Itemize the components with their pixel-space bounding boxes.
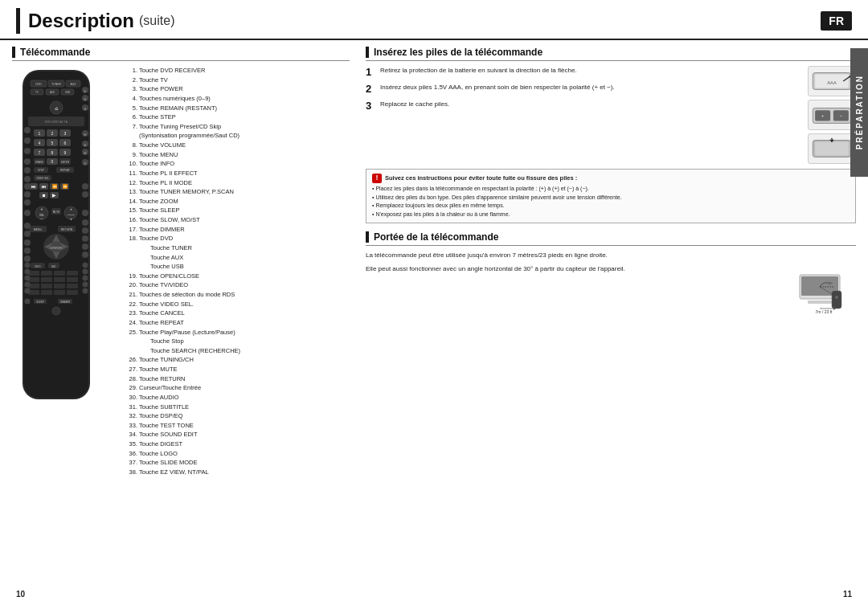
svg-text:▶: ▶: [52, 193, 56, 198]
svg-point-144: [24, 183, 31, 190]
list-item: 3.Touche POWER: [125, 84, 350, 94]
list-item: 7.Touche Tuning Preset/CD Skip: [125, 122, 350, 132]
svg-point-128: [25, 263, 31, 268]
svg-text:ENTER: ENTER: [51, 246, 62, 250]
portee-section: Portée de la télécommande La télécommand…: [366, 231, 856, 317]
preparation-badge: PRÉPARATION: [850, 48, 868, 177]
main-content: Télécommande DVD TUNER AUX: [0, 47, 868, 603]
list-item: 20.Touche TV/VIDEO: [125, 280, 350, 290]
portee-image: 7m / 23 ft 30°: [784, 251, 856, 317]
portee-content: La télécommande peut être utilisée jusqu…: [366, 251, 856, 317]
list-item: (Syntonisation programmée/Saut CD): [125, 131, 350, 141]
warning-title: ! Suivez ces instructions pour éviter to…: [372, 174, 850, 183]
svg-point-99: [82, 227, 88, 234]
svg-rect-165: [815, 141, 849, 155]
svg-point-75: [82, 191, 88, 198]
battery-step-1: 1 Retirez la protection de la batterie e…: [366, 66, 793, 78]
list-item: 25.Touche Play/Pause (Lecture/Pause): [125, 328, 350, 337]
svg-point-148: [24, 223, 31, 229]
list-item: 27.Touche MUTE: [125, 365, 350, 374]
svg-rect-114: [67, 277, 78, 282]
section-bar-portee: [366, 231, 369, 243]
svg-text:1: 1: [39, 131, 41, 136]
svg-text:AUX: AUX: [50, 91, 55, 94]
list-item: 24.Touche REPEAT: [125, 318, 350, 328]
svg-text:⑦: ⑦: [84, 162, 87, 166]
list-item: 15.Touche SLEEP: [125, 206, 350, 215]
svg-text:3: 3: [64, 131, 67, 136]
section-bar: [12, 47, 15, 58]
battery-step-2: 2 Insérez deux piles 1.5V AAA, en prenan…: [366, 83, 793, 95]
battery-images: AAA + −: [808, 66, 856, 164]
svg-text:AAA: AAA: [827, 80, 837, 85]
svg-text:30°: 30°: [828, 281, 833, 285]
svg-rect-118: [67, 284, 78, 288]
svg-text:INFO: INFO: [35, 265, 41, 268]
svg-point-140: [24, 148, 31, 154]
svg-text:USB: USB: [65, 91, 70, 94]
svg-text:④: ④: [84, 133, 87, 137]
svg-point-153: [25, 299, 31, 305]
batteries-section: Insérez les piles de la télécommande 1 R…: [366, 47, 856, 223]
svg-text:⏩: ⏩: [63, 184, 68, 190]
svg-text:⑥: ⑥: [84, 152, 87, 155]
svg-point-145: [24, 191, 31, 198]
svg-point-101: [82, 243, 88, 250]
svg-text:7m / 23 ft: 7m / 23 ft: [816, 309, 833, 314]
svg-point-129: [25, 269, 31, 275]
svg-text:7: 7: [39, 150, 41, 155]
list-item: 17.Touche DIMMER: [125, 225, 350, 235]
portee-text-1: La télécommande peut être utilisée jusqu…: [366, 251, 776, 261]
list-item: 31.Touche SUBTITLE: [125, 403, 350, 412]
svg-rect-116: [41, 284, 52, 288]
svg-rect-117: [54, 284, 65, 288]
list-item: 14.Touche ZOOM: [125, 197, 350, 206]
svg-point-124: [83, 269, 88, 275]
list-item: 5.Touche REMAIN (RESTANT): [125, 104, 350, 113]
svg-text:SLEEP: SLEEP: [36, 300, 44, 304]
list-item: 19.Touche OPEN/CLOSE: [125, 272, 350, 281]
svg-text:RDS DISPLAY  TA: RDS DISPLAY TA: [45, 121, 68, 124]
warning-title-text: Suivez ces instructions pour éviter tout…: [385, 174, 577, 182]
battery-img-3: [808, 133, 856, 164]
svg-point-151: [24, 247, 31, 254]
list-item: 38.Touche EZ VIEW, NT/PAL: [125, 468, 350, 477]
svg-text:∨: ∨: [70, 217, 72, 221]
header-bar: [16, 8, 20, 34]
svg-text:TUNING: TUNING: [67, 214, 75, 216]
svg-text:①: ①: [84, 89, 87, 93]
svg-text:STEP: STEP: [38, 169, 44, 172]
svg-text:VIDEO SEL: VIDEO SEL: [36, 177, 49, 180]
page-left: 10: [16, 590, 25, 599]
svg-text:+: +: [41, 206, 43, 211]
right-column: Insérez les piles de la télécommande 1 R…: [366, 47, 856, 603]
page-right: 11: [843, 590, 852, 599]
svg-text:−: −: [41, 216, 43, 221]
left-column: Télécommande DVD TUNER AUX: [12, 47, 350, 603]
svg-text:MUTE: MUTE: [53, 211, 60, 214]
list-item: Touche SEARCH (RECHERCHE): [136, 346, 350, 356]
battery-step-1-text: Retirez la protection de la batterie en …: [380, 66, 577, 76]
telecommande-section: DVD TUNER AUX TV AUX USB ⏻: [12, 66, 350, 477]
list-item: 28.Touche RETURN: [125, 374, 350, 384]
list-item: 6.Touche STEP: [125, 112, 350, 122]
svg-text:DVD: DVD: [35, 83, 42, 86]
list-item: 1.Touche DVD RECEIVER: [125, 66, 350, 76]
svg-rect-113: [54, 277, 65, 282]
svg-point-127: [83, 288, 88, 294]
svg-text:TV: TV: [35, 91, 39, 94]
list-item: 22.Touche VIDEO SEL.: [125, 300, 350, 309]
svg-text:ERASE: ERASE: [35, 161, 43, 164]
svg-text:⏪: ⏪: [52, 184, 58, 190]
page-subtitle: (suite): [139, 14, 174, 28]
svg-text:⏹: ⏹: [42, 193, 46, 198]
battery-step-3: 3 Replacez le cache piles.: [366, 100, 793, 112]
list-item: 12.Touche PL II MODE: [125, 178, 350, 188]
svg-text:∧: ∧: [70, 207, 72, 211]
svg-rect-171: [832, 291, 841, 309]
svg-point-132: [25, 288, 31, 294]
preparation-label: PRÉPARATION: [855, 75, 864, 149]
list-item: Touche Stop: [136, 337, 350, 346]
list-item: 10.Touche INFO: [125, 159, 350, 169]
svg-point-86: [82, 210, 88, 216]
